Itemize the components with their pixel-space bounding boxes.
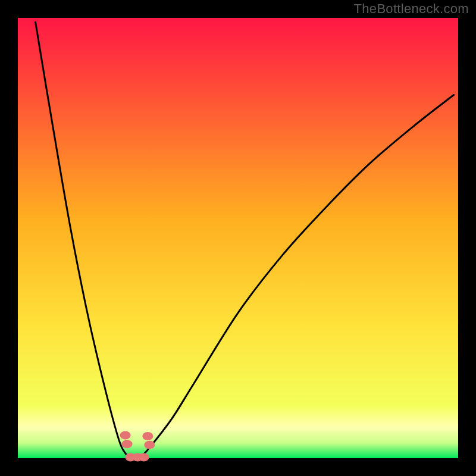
watermark-text: TheBottleneck.com — [354, 1, 469, 17]
valley-left-pair-top — [120, 431, 131, 440]
chart-frame: TheBottleneck.com — [0, 0, 476, 476]
plot-background — [18, 18, 458, 458]
valley-right-pair-bottom — [144, 441, 155, 449]
valley-right-pair-top — [142, 432, 153, 440]
valley-left-pair-bottom — [122, 440, 133, 448]
bottleneck-plot — [0, 0, 476, 476]
bottom-blob-c — [139, 453, 149, 462]
